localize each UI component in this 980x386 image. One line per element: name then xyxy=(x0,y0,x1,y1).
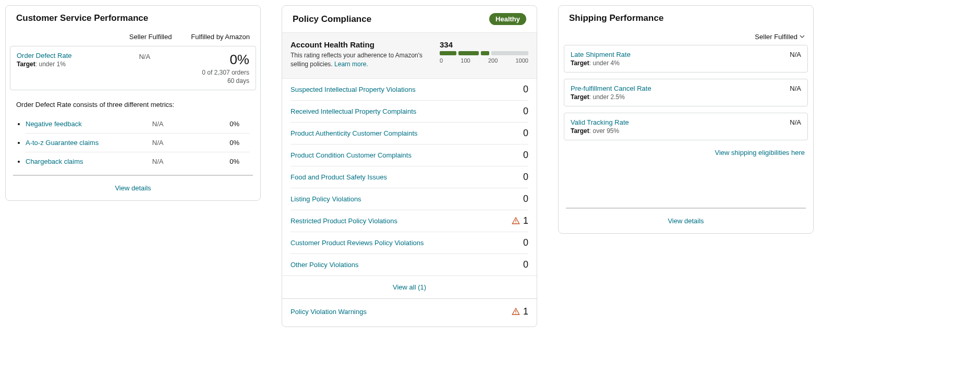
learn-more-link[interactable]: Learn more. xyxy=(334,61,368,68)
compliance-count: 0 xyxy=(523,194,528,204)
panel-header: Shipping Performance xyxy=(559,6,813,31)
atoz-claims-link[interactable]: A-to-z Guarantee claims xyxy=(26,139,99,147)
compliance-link[interactable]: Other Policy Violations xyxy=(291,261,359,269)
odr-metric-box: Order Defect Rate Target: under 1% N/A 0… xyxy=(10,46,256,90)
odr-link[interactable]: Order Defect Rate xyxy=(17,52,72,59)
metric-seller-val: N/A xyxy=(133,139,183,147)
chevron-down-icon xyxy=(800,33,805,41)
healthy-badge: Healthy xyxy=(489,13,526,25)
compliance-count: 0 xyxy=(523,150,528,161)
col-fba: Fulfilled by Amazon xyxy=(180,33,250,41)
metric-fba-val: 0% xyxy=(183,120,250,128)
metric-value: N/A xyxy=(790,85,801,101)
compliance-row: Product Condition Customer Complaints0 xyxy=(291,144,528,166)
compliance-list: Suspected Intellectual Property Violatio… xyxy=(282,79,537,275)
ahr-title: Account Health Rating xyxy=(291,40,427,49)
panel-footer: View details xyxy=(566,208,806,233)
svg-point-3 xyxy=(515,313,516,313)
compliance-count: 0 xyxy=(523,259,528,270)
metric-value: N/A xyxy=(790,118,801,135)
late-shipment-rate-box: Late Shipment Rate Target: under 4% N/A xyxy=(564,45,808,73)
valid-tracking-rate-link[interactable]: Valid Tracking Rate xyxy=(571,118,629,126)
metric-fba-val: 0% xyxy=(183,158,250,165)
policy-violation-warnings-row: Policy Violation Warnings 1 xyxy=(282,298,537,327)
compliance-link[interactable]: Customer Product Reviews Policy Violatio… xyxy=(291,239,424,247)
compliance-count: 0 xyxy=(523,237,528,248)
view-details-link[interactable]: View details xyxy=(668,217,704,225)
ahr-description: This rating reflects your adherence to A… xyxy=(291,51,427,69)
odr-fba-pct: 0% xyxy=(168,52,249,68)
valid-tracking-rate-box: Valid Tracking Rate Target: over 95% N/A xyxy=(564,113,808,140)
odr-target: Target: under 1% xyxy=(17,61,122,68)
compliance-link[interactable]: Product Condition Customer Complaints xyxy=(291,151,412,159)
compliance-row: Other Policy Violations0 xyxy=(291,254,528,275)
view-all-link[interactable]: View all (1) xyxy=(393,283,426,291)
compliance-link[interactable]: Restricted Product Policy Violations xyxy=(291,217,397,225)
view-all-bar: View all (1) xyxy=(282,275,537,298)
odr-fba-sub1: 0 of 2,307 orders xyxy=(168,69,249,76)
compliance-link[interactable]: Received Intellectual Property Complaint… xyxy=(291,107,416,115)
odr-seller-val: N/A xyxy=(122,52,168,85)
metric-seller-val: N/A xyxy=(133,158,183,165)
compliance-row: Received Intellectual Property Complaint… xyxy=(291,101,528,123)
chargeback-claims-link[interactable]: Chargeback claims xyxy=(26,158,83,165)
late-shipment-rate-link[interactable]: Late Shipment Rate xyxy=(571,51,631,58)
compliance-row: Suspected Intellectual Property Violatio… xyxy=(291,79,528,101)
compliance-link[interactable]: Product Authenticity Customer Complaints xyxy=(291,129,418,137)
account-health-rating-box: Account Health Rating This rating reflec… xyxy=(282,32,537,79)
panel-shipping-performance: Shipping Performance Seller Fulfilled La… xyxy=(558,5,814,234)
metric-value: N/A xyxy=(790,51,801,67)
metric-fba-val: 0% xyxy=(183,139,250,147)
col-seller-fulfilled: Seller Fulfilled xyxy=(122,33,180,41)
view-shipping-eligibilities-link[interactable]: View shipping eligibilities here xyxy=(715,149,805,156)
compliance-count: 0 xyxy=(523,172,528,183)
pre-fulfillment-cancel-rate-link[interactable]: Pre-fulfillment Cancel Rate xyxy=(571,85,651,92)
compliance-row: Restricted Product Policy Violations1 xyxy=(291,210,528,232)
panel-header: Customer Service Performance xyxy=(6,6,260,31)
policy-warning-count: 1 xyxy=(512,306,528,317)
eligibility-link-row: View shipping eligibilities here xyxy=(559,147,813,161)
odr-description: Order Defect Rate consists of three diff… xyxy=(6,96,260,111)
negative-feedback-link[interactable]: Negative feedback xyxy=(26,120,82,128)
compliance-count: 1 xyxy=(512,215,528,226)
shipping-filter-dropdown[interactable]: Seller Fulfilled xyxy=(559,31,813,45)
compliance-row: Food and Product Safety Issues0 xyxy=(291,166,528,188)
compliance-link[interactable]: Listing Policy Violations xyxy=(291,195,361,203)
compliance-row: Customer Product Reviews Policy Violatio… xyxy=(291,232,528,254)
compliance-count: 0 xyxy=(523,84,528,95)
list-item: A-to-z Guarantee claims N/A 0% xyxy=(26,133,250,152)
ahr-progress-bar xyxy=(440,51,528,55)
column-headers: Seller Fulfilled Fulfilled by Amazon xyxy=(6,31,260,46)
panel-policy-compliance: Policy Compliance Healthy Account Health… xyxy=(282,5,537,327)
compliance-link[interactable]: Suspected Intellectual Property Violatio… xyxy=(291,86,416,93)
ahr-score: 334 xyxy=(440,40,528,49)
panel-customer-service: Customer Service Performance Seller Fulf… xyxy=(5,5,261,201)
compliance-count: 0 xyxy=(523,106,528,117)
view-details-link[interactable]: View details xyxy=(115,184,151,192)
compliance-count: 0 xyxy=(523,128,528,139)
svg-point-1 xyxy=(515,222,516,223)
policy-violation-warnings-link[interactable]: Policy Violation Warnings xyxy=(291,308,367,316)
compliance-row: Listing Policy Violations0 xyxy=(291,188,528,210)
panel-footer: View details xyxy=(13,175,253,200)
dashboard: Customer Service Performance Seller Fulf… xyxy=(5,5,975,327)
list-item: Chargeback claims N/A 0% xyxy=(26,152,250,171)
panel-title: Customer Service Performance xyxy=(16,13,148,23)
warning-icon xyxy=(512,216,520,225)
ahr-ticks: 0 100 200 1000 xyxy=(440,57,528,64)
odr-sub-metrics: Negative feedback N/A 0% A-to-z Guarante… xyxy=(26,115,250,171)
list-item: Negative feedback N/A 0% xyxy=(26,115,250,133)
panel-header: Policy Compliance Healthy xyxy=(282,6,537,32)
metric-seller-val: N/A xyxy=(133,120,183,128)
warning-icon xyxy=(512,307,520,316)
odr-fba-sub2: 60 days xyxy=(168,77,249,85)
panel-title: Shipping Performance xyxy=(569,13,663,23)
compliance-link[interactable]: Food and Product Safety Issues xyxy=(291,173,387,181)
panel-title: Policy Compliance xyxy=(293,14,371,25)
pre-fulfillment-cancel-rate-box: Pre-fulfillment Cancel Rate Target: unde… xyxy=(564,79,808,106)
compliance-row: Product Authenticity Customer Complaints… xyxy=(291,123,528,144)
